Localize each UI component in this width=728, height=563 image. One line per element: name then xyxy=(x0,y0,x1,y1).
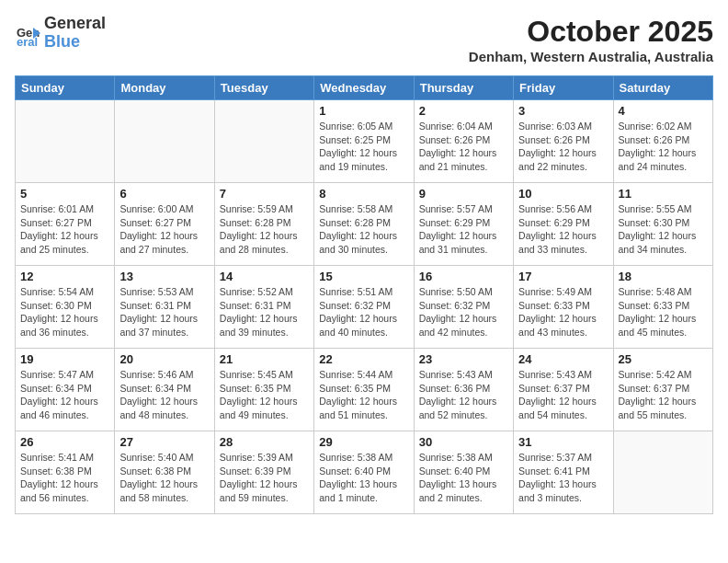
cell-info-text: Sunrise: 5:38 AMSunset: 6:40 PMDaylight:… xyxy=(319,451,408,505)
calendar-cell: 13Sunrise: 5:53 AMSunset: 6:31 PMDayligh… xyxy=(115,266,214,349)
logo-blue-text: Blue xyxy=(44,32,80,51)
cell-info-text: Sunrise: 5:44 AMSunset: 6:35 PMDaylight:… xyxy=(319,368,408,422)
calendar-table: SundayMondayTuesdayWednesdayThursdayFrid… xyxy=(15,75,713,514)
calendar-cell xyxy=(115,100,214,183)
calendar-cell: 23Sunrise: 5:43 AMSunset: 6:36 PMDayligh… xyxy=(414,349,513,431)
cell-info-text: Sunrise: 5:53 AMSunset: 6:31 PMDaylight:… xyxy=(119,285,209,339)
cell-day-number: 4 xyxy=(619,104,708,118)
cell-info-text: Sunrise: 5:38 AMSunset: 6:40 PMDaylight:… xyxy=(419,451,508,505)
calendar-cell: 11Sunrise: 5:55 AMSunset: 6:30 PMDayligh… xyxy=(613,183,712,266)
cell-day-number: 9 xyxy=(419,187,508,201)
cell-day-number: 10 xyxy=(518,187,608,201)
cell-day-number: 23 xyxy=(419,352,508,366)
cell-info-text: Sunrise: 6:02 AMSunset: 6:26 PMDaylight:… xyxy=(619,120,708,174)
cell-day-number: 5 xyxy=(20,187,109,201)
cell-day-number: 2 xyxy=(419,104,508,118)
weekday-header-friday: Friday xyxy=(514,76,613,100)
calendar-cell: 2Sunrise: 6:04 AMSunset: 6:26 PMDaylight… xyxy=(414,100,513,183)
cell-info-text: Sunrise: 5:42 AMSunset: 6:37 PMDaylight:… xyxy=(619,368,708,422)
cell-info-text: Sunrise: 5:50 AMSunset: 6:32 PMDaylight:… xyxy=(419,285,508,339)
calendar-cell: 16Sunrise: 5:50 AMSunset: 6:32 PMDayligh… xyxy=(414,266,513,349)
cell-info-text: Sunrise: 5:39 AMSunset: 6:39 PMDaylight:… xyxy=(220,451,309,505)
cell-day-number: 8 xyxy=(319,187,408,201)
logo-general-text: General xyxy=(44,14,106,32)
cell-day-number: 13 xyxy=(119,270,209,283)
calendar-cell: 10Sunrise: 5:56 AMSunset: 6:29 PMDayligh… xyxy=(514,183,613,266)
logo: Gen eral General Blue xyxy=(15,15,106,52)
cell-info-text: Sunrise: 5:58 AMSunset: 6:28 PMDaylight:… xyxy=(319,202,408,257)
cell-info-text: Sunrise: 5:37 AMSunset: 6:41 PMDaylight:… xyxy=(518,451,608,505)
logo-icon: Gen eral xyxy=(15,20,40,46)
cell-info-text: Sunrise: 6:04 AMSunset: 6:26 PMDaylight:… xyxy=(419,120,508,174)
cell-day-number: 6 xyxy=(119,187,209,201)
calendar-cell: 8Sunrise: 5:58 AMSunset: 6:28 PMDaylight… xyxy=(314,183,414,266)
cell-info-text: Sunrise: 5:52 AMSunset: 6:31 PMDaylight:… xyxy=(220,285,309,339)
calendar-cell xyxy=(613,431,712,514)
calendar-cell: 9Sunrise: 5:57 AMSunset: 6:29 PMDaylight… xyxy=(414,183,513,266)
calendar-cell: 22Sunrise: 5:44 AMSunset: 6:35 PMDayligh… xyxy=(314,349,414,431)
cell-day-number: 19 xyxy=(20,352,109,366)
calendar-cell: 6Sunrise: 6:00 AMSunset: 6:27 PMDaylight… xyxy=(115,183,214,266)
calendar-cell: 30Sunrise: 5:38 AMSunset: 6:40 PMDayligh… xyxy=(414,431,513,514)
cell-day-number: 21 xyxy=(220,352,309,366)
cell-info-text: Sunrise: 5:55 AMSunset: 6:30 PMDaylight:… xyxy=(619,202,708,257)
weekday-header-wednesday: Wednesday xyxy=(314,76,414,100)
calendar-cell: 15Sunrise: 5:51 AMSunset: 6:32 PMDayligh… xyxy=(314,266,414,349)
location-text: Denham, Western Australia, Australia xyxy=(469,49,713,64)
calendar-cell: 19Sunrise: 5:47 AMSunset: 6:34 PMDayligh… xyxy=(16,349,115,431)
calendar-cell: 3Sunrise: 6:03 AMSunset: 6:26 PMDaylight… xyxy=(514,100,613,183)
weekday-header-saturday: Saturday xyxy=(613,76,712,100)
calendar-cell: 25Sunrise: 5:42 AMSunset: 6:37 PMDayligh… xyxy=(613,349,712,431)
calendar-cell: 27Sunrise: 5:40 AMSunset: 6:38 PMDayligh… xyxy=(115,431,214,514)
cell-day-number: 16 xyxy=(419,270,508,283)
calendar-cell: 31Sunrise: 5:37 AMSunset: 6:41 PMDayligh… xyxy=(514,431,613,514)
week-row-1: 1Sunrise: 6:05 AMSunset: 6:25 PMDaylight… xyxy=(16,100,713,183)
cell-info-text: Sunrise: 6:05 AMSunset: 6:25 PMDaylight:… xyxy=(319,120,408,174)
calendar-cell: 24Sunrise: 5:43 AMSunset: 6:37 PMDayligh… xyxy=(514,349,613,431)
cell-info-text: Sunrise: 5:40 AMSunset: 6:38 PMDaylight:… xyxy=(119,451,209,505)
cell-day-number: 20 xyxy=(119,352,209,366)
cell-day-number: 15 xyxy=(319,270,408,283)
cell-day-number: 28 xyxy=(220,435,309,449)
calendar-cell: 4Sunrise: 6:02 AMSunset: 6:26 PMDaylight… xyxy=(613,100,712,183)
week-row-2: 5Sunrise: 6:01 AMSunset: 6:27 PMDaylight… xyxy=(16,183,713,266)
calendar-cell: 20Sunrise: 5:46 AMSunset: 6:34 PMDayligh… xyxy=(115,349,214,431)
cell-info-text: Sunrise: 5:48 AMSunset: 6:33 PMDaylight:… xyxy=(619,285,708,339)
cell-day-number: 31 xyxy=(518,435,608,449)
cell-day-number: 11 xyxy=(619,187,708,201)
calendar-cell: 5Sunrise: 6:01 AMSunset: 6:27 PMDaylight… xyxy=(16,183,115,266)
cell-info-text: Sunrise: 5:51 AMSunset: 6:32 PMDaylight:… xyxy=(319,285,408,339)
calendar-cell: 12Sunrise: 5:54 AMSunset: 6:30 PMDayligh… xyxy=(16,266,115,349)
cell-day-number: 17 xyxy=(518,270,608,283)
weekday-header-row: SundayMondayTuesdayWednesdayThursdayFrid… xyxy=(16,76,713,100)
weekday-header-thursday: Thursday xyxy=(414,76,513,100)
calendar-cell: 21Sunrise: 5:45 AMSunset: 6:35 PMDayligh… xyxy=(214,349,313,431)
page-header: Gen eral General Blue October 2025 Denha… xyxy=(15,15,713,64)
cell-info-text: Sunrise: 6:00 AMSunset: 6:27 PMDaylight:… xyxy=(119,202,209,257)
week-row-3: 12Sunrise: 5:54 AMSunset: 6:30 PMDayligh… xyxy=(16,266,713,349)
cell-info-text: Sunrise: 5:56 AMSunset: 6:29 PMDaylight:… xyxy=(518,202,608,257)
cell-info-text: Sunrise: 6:03 AMSunset: 6:26 PMDaylight:… xyxy=(518,120,608,174)
weekday-header-monday: Monday xyxy=(115,76,214,100)
calendar-cell xyxy=(16,100,115,183)
cell-day-number: 18 xyxy=(619,270,708,283)
calendar-cell: 29Sunrise: 5:38 AMSunset: 6:40 PMDayligh… xyxy=(314,431,414,514)
cell-day-number: 30 xyxy=(419,435,508,449)
cell-day-number: 3 xyxy=(518,104,608,118)
cell-info-text: Sunrise: 6:01 AMSunset: 6:27 PMDaylight:… xyxy=(20,202,109,257)
cell-info-text: Sunrise: 5:59 AMSunset: 6:28 PMDaylight:… xyxy=(220,202,309,257)
cell-info-text: Sunrise: 5:54 AMSunset: 6:30 PMDaylight:… xyxy=(20,285,109,339)
cell-info-text: Sunrise: 5:49 AMSunset: 6:33 PMDaylight:… xyxy=(518,285,608,339)
cell-info-text: Sunrise: 5:43 AMSunset: 6:36 PMDaylight:… xyxy=(419,368,508,422)
week-row-5: 26Sunrise: 5:41 AMSunset: 6:38 PMDayligh… xyxy=(16,431,713,514)
cell-day-number: 25 xyxy=(619,352,708,366)
calendar-cell: 7Sunrise: 5:59 AMSunset: 6:28 PMDaylight… xyxy=(214,183,313,266)
cell-info-text: Sunrise: 5:47 AMSunset: 6:34 PMDaylight:… xyxy=(20,368,109,422)
month-title: October 2025 xyxy=(469,15,713,49)
calendar-cell: 26Sunrise: 5:41 AMSunset: 6:38 PMDayligh… xyxy=(16,431,115,514)
cell-info-text: Sunrise: 5:43 AMSunset: 6:37 PMDaylight:… xyxy=(518,368,608,422)
cell-day-number: 24 xyxy=(518,352,608,366)
cell-info-text: Sunrise: 5:57 AMSunset: 6:29 PMDaylight:… xyxy=(419,202,508,257)
calendar-cell xyxy=(214,100,313,183)
cell-day-number: 27 xyxy=(119,435,209,449)
